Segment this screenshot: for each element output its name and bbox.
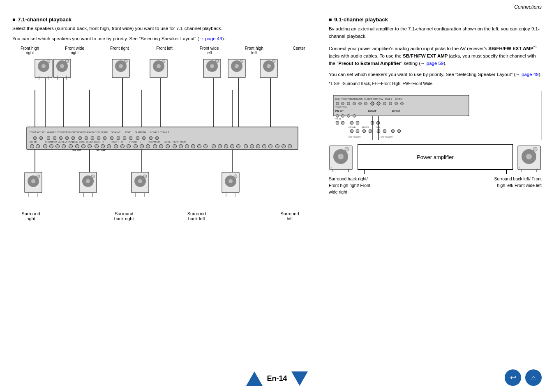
svg-text:FRONT: FRONT	[342, 98, 349, 100]
svg-text:+: +	[330, 166, 332, 169]
svg-point-67	[101, 144, 105, 148]
svg-text:ZONE 2: ZONE 2	[58, 141, 67, 143]
svg-point-80	[185, 144, 189, 148]
svg-point-185	[365, 102, 367, 105]
svg-point-78	[173, 144, 177, 148]
label-surround-back-left-group: Surround back left/ Front high left/ Fro…	[492, 176, 542, 195]
svg-point-221	[391, 129, 395, 133]
svg-point-76	[159, 144, 163, 148]
svg-text:TV/CD: TV/CD	[35, 131, 43, 134]
label-center: Center	[284, 46, 314, 55]
svg-point-199	[347, 115, 350, 118]
svg-point-186	[371, 102, 374, 105]
svg-text:ULDEFS: ULDEFS	[364, 98, 372, 100]
svg-point-205	[350, 121, 353, 125]
right-speaker-icon: + -	[517, 145, 542, 173]
svg-text:SURR.: SURR.	[357, 98, 363, 100]
svg-text:CBL/SAT: CBL/SAT	[67, 131, 77, 134]
back-button[interactable]: ↩	[505, 369, 521, 386]
bold-preout: Preout to External Amplifier	[338, 61, 401, 66]
svg-text:FRONT: FRONT	[362, 127, 369, 129]
link-page49-right[interactable]: page 49	[522, 72, 539, 77]
desc-71-1: Select the speakers (surround back, fron…	[12, 25, 316, 32]
svg-point-83	[204, 144, 208, 148]
svg-text:GAME 1: GAME 1	[47, 131, 57, 134]
svg-text:(UNFREQENT): (UNFREQENT)	[349, 136, 361, 138]
section-title-71: 7.1-channel playback	[12, 16, 316, 23]
svg-point-124	[65, 60, 69, 63]
svg-point-70	[121, 144, 125, 148]
svg-point-181	[342, 102, 344, 105]
svg-point-206	[356, 121, 359, 125]
svg-text:L: L	[140, 141, 141, 143]
svg-point-16	[33, 136, 37, 140]
svg-text:WIDE: WIDE	[72, 141, 78, 143]
svg-point-91	[256, 144, 260, 148]
svg-point-30	[123, 136, 126, 140]
nav-up-button[interactable]	[246, 371, 263, 386]
svg-point-137	[210, 64, 214, 68]
svg-point-187	[377, 102, 380, 105]
link-page59[interactable]: page 59	[427, 61, 444, 66]
svg-text:DVD: DVD	[335, 98, 340, 100]
section-header: Connections	[514, 4, 542, 10]
svg-point-118	[47, 60, 50, 63]
svg-point-60	[56, 144, 60, 148]
svg-text:SB/FH/FW: SB/FH/FW	[373, 98, 383, 100]
svg-point-95	[282, 144, 286, 148]
svg-point-28	[110, 136, 113, 140]
svg-text:FC: FC	[42, 131, 46, 134]
svg-text:CENTER: CENTER	[349, 98, 357, 100]
svg-point-18	[47, 136, 50, 140]
svg-point-82	[198, 144, 201, 148]
page: Connections 7.1-channel playback Select …	[0, 0, 554, 392]
svg-text:FRONT: FRONT	[87, 131, 96, 134]
label-front-wide-left: Front wideleft	[194, 46, 225, 55]
svg-point-63	[76, 144, 79, 148]
link-page49-left[interactable]: → page 49	[199, 36, 222, 41]
home-button[interactable]: ⌂	[525, 369, 542, 386]
svg-point-87	[231, 144, 234, 148]
svg-point-19	[53, 136, 56, 140]
svg-point-29	[117, 136, 120, 140]
bottom-right-navigation: ↩ ⌂	[505, 369, 542, 386]
footnote-ref-1: *1	[533, 44, 537, 49]
svg-point-123	[60, 64, 64, 68]
svg-text:SURR.: SURR.	[101, 131, 108, 134]
svg-point-61	[62, 144, 66, 148]
svg-point-168	[234, 175, 237, 178]
svg-point-71	[127, 144, 131, 148]
svg-point-184	[359, 102, 362, 105]
svg-point-33	[142, 136, 145, 140]
svg-point-191	[401, 102, 404, 105]
svg-point-216	[356, 129, 359, 133]
svg-point-17	[39, 136, 43, 140]
label-front-high-left: Front highleft	[239, 46, 270, 55]
svg-point-79	[179, 144, 183, 148]
svg-point-238	[533, 147, 537, 151]
svg-text:FRONT: FRONT	[111, 141, 119, 143]
power-amp-box: Power amplifier	[358, 144, 513, 170]
svg-text:ZONE 3: ZONE 3	[160, 131, 169, 134]
svg-text:+: +	[519, 166, 520, 169]
svg-text:PRE OUT: PRE OUT	[335, 110, 344, 112]
svg-text:EXT OUT: EXT OUT	[392, 110, 400, 112]
svg-text:SURR.: SURR.	[87, 141, 95, 143]
nav-down-button[interactable]	[291, 371, 308, 386]
label-front-high-right: Front highright	[14, 46, 45, 55]
svg-point-200	[353, 115, 356, 118]
svg-text:PRE OUT: PRE OUT	[72, 149, 81, 151]
svg-point-34	[149, 136, 152, 140]
svg-text:L: L	[385, 127, 386, 129]
svg-point-74	[146, 144, 150, 148]
svg-point-88	[237, 144, 240, 148]
svg-point-141	[235, 64, 239, 68]
amp-labels-row: Surround back right/ Front high right/ F…	[329, 176, 542, 195]
svg-text:HIGH: HIGH	[154, 141, 160, 143]
svg-text:ZONE 2: ZONE 2	[385, 98, 392, 100]
svg-point-59	[50, 144, 53, 148]
svg-point-150	[37, 175, 40, 178]
right-connector	[506, 170, 507, 174]
svg-point-96	[288, 144, 292, 148]
right-receiver-diagram: DVD FRONT CENTER SURR. ULDEFS SB/FH/FW Z…	[329, 91, 542, 140]
